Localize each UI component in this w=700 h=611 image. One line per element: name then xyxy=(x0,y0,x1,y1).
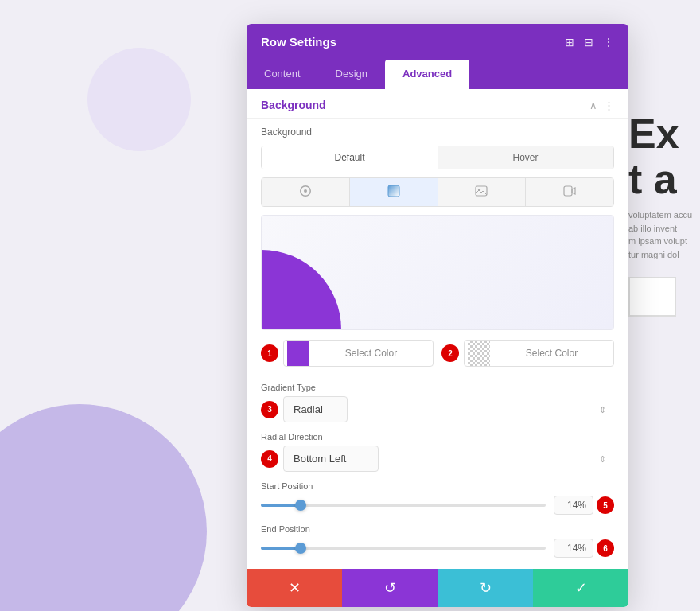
modal-footer: ✕ ↺ ↻ ✓ xyxy=(247,569,628,607)
section-more-icon[interactable]: ⋮ xyxy=(604,99,614,111)
icon-tab-gradient[interactable] xyxy=(350,178,438,206)
end-position-value[interactable]: 14% xyxy=(554,539,593,558)
radial-direction-wrapper: 4 Bottom Left Center Top Left Top Right … xyxy=(261,446,614,472)
end-position-track[interactable] xyxy=(261,543,546,554)
modal-body: Background ∧ ⋮ Background Default Hover xyxy=(247,89,628,607)
bg-circle-large xyxy=(0,404,207,611)
color-swatch-1 xyxy=(287,341,309,366)
color-stop-1[interactable]: Select Color xyxy=(283,340,434,367)
modal-header-icons: ⊞ ⊟ ⋮ xyxy=(565,36,614,49)
svg-rect-1 xyxy=(388,185,399,197)
tab-design[interactable]: Design xyxy=(318,60,385,89)
row-settings-modal: Row Settings ⊞ ⊟ ⋮ Content Design Advanc… xyxy=(247,24,628,607)
end-position-value-box: 14% 6 xyxy=(554,539,614,558)
icon-tab-color[interactable] xyxy=(262,178,350,206)
color-stops-row: 1 Select Color 2 Select Color xyxy=(261,340,614,367)
start-position-label: Start Position xyxy=(261,481,614,491)
svg-rect-4 xyxy=(564,186,572,196)
sub-tab-hover[interactable]: Hover xyxy=(438,146,613,169)
radial-direction-select[interactable]: Bottom Left Center Top Left Top Right Bo… xyxy=(283,446,379,472)
sub-tabs: Default Hover xyxy=(261,146,614,169)
section-title: Background xyxy=(261,99,326,111)
expand-icon[interactable]: ⊞ xyxy=(565,36,574,49)
color-stop-badge-1: 1 xyxy=(261,344,278,362)
radial-direction-label: Radial Direction xyxy=(261,432,614,442)
section-header-icons: ∧ ⋮ xyxy=(589,99,614,111)
gradient-type-arrow: ⇕ xyxy=(599,404,606,414)
end-position-badge: 6 xyxy=(597,539,614,557)
right-big-text2: t a xyxy=(628,157,700,202)
tab-content[interactable]: Content xyxy=(247,60,318,89)
icon-tab-video[interactable] xyxy=(526,178,613,206)
undo-icon: ↺ xyxy=(384,579,396,597)
redo-button[interactable]: ↻ xyxy=(438,569,533,607)
confirm-button[interactable]: ✓ xyxy=(533,569,628,607)
end-position-label: End Position xyxy=(261,524,614,534)
confirm-icon: ✓ xyxy=(575,579,587,597)
preview-shape xyxy=(262,250,341,329)
start-position-container: 14% 5 xyxy=(261,496,614,515)
right-big-text: Ex xyxy=(628,111,700,157)
color-stop-2[interactable]: Select Color xyxy=(464,340,614,367)
icon-tabs xyxy=(261,177,614,207)
radial-direction-badge: 4 xyxy=(261,450,278,468)
svg-point-0 xyxy=(304,189,307,193)
icon-tab-image[interactable] xyxy=(438,178,527,206)
modal-header: Row Settings ⊞ ⊟ ⋮ xyxy=(247,24,628,60)
start-position-track[interactable] xyxy=(261,500,546,511)
gradient-type-badge: 3 xyxy=(261,401,278,418)
more-options-icon[interactable]: ⋮ xyxy=(603,36,614,49)
cancel-button[interactable]: ✕ xyxy=(247,569,342,607)
color-stop-1-label: Select Color xyxy=(309,348,433,359)
radial-direction-arrow: ⇕ xyxy=(599,453,606,464)
gradient-preview xyxy=(261,215,614,330)
end-position-row: End Position 14% 6 xyxy=(247,520,628,562)
start-position-badge: 5 xyxy=(597,496,614,514)
section-header: Background ∧ ⋮ xyxy=(247,89,628,119)
start-position-row: Start Position 14% 5 xyxy=(247,477,628,520)
tab-advanced[interactable]: Advanced xyxy=(385,60,469,89)
split-icon[interactable]: ⊟ xyxy=(584,36,593,49)
start-position-value-box: 14% 5 xyxy=(554,496,614,515)
right-box xyxy=(628,277,676,317)
end-position-container: 14% 6 xyxy=(261,539,614,558)
modal-tabs: Content Design Advanced xyxy=(247,60,628,89)
modal-title: Row Settings xyxy=(261,35,336,49)
gradient-type-wrapper: 3 Radial Linear Conic ⇕ xyxy=(261,396,614,422)
svg-rect-2 xyxy=(476,186,487,196)
right-content: Ex t a voluptatem accuab illo inventm ip… xyxy=(628,111,700,317)
cancel-icon: ✕ xyxy=(289,579,301,597)
background-label: Background xyxy=(247,119,628,141)
radial-direction-field: Radial Direction 4 Bottom Left Center To… xyxy=(247,427,628,477)
right-small-text: voluptatem accuab illo inventm ipsam vol… xyxy=(628,208,700,261)
redo-icon: ↻ xyxy=(480,579,492,597)
gradient-type-select[interactable]: Radial Linear Conic xyxy=(283,396,348,422)
gradient-type-field: Gradient Type 3 Radial Linear Conic ⇕ xyxy=(247,378,628,427)
gradient-type-label: Gradient Type xyxy=(261,383,614,392)
bg-circle-small xyxy=(88,48,191,151)
color-stop-badge-2: 2 xyxy=(441,344,459,362)
start-position-value[interactable]: 14% xyxy=(554,496,593,515)
undo-button[interactable]: ↺ xyxy=(342,569,438,607)
color-swatch-2 xyxy=(468,341,490,366)
color-stop-2-label: Select Color xyxy=(490,348,613,359)
collapse-icon[interactable]: ∧ xyxy=(589,99,597,111)
sub-tab-default[interactable]: Default xyxy=(262,146,438,169)
